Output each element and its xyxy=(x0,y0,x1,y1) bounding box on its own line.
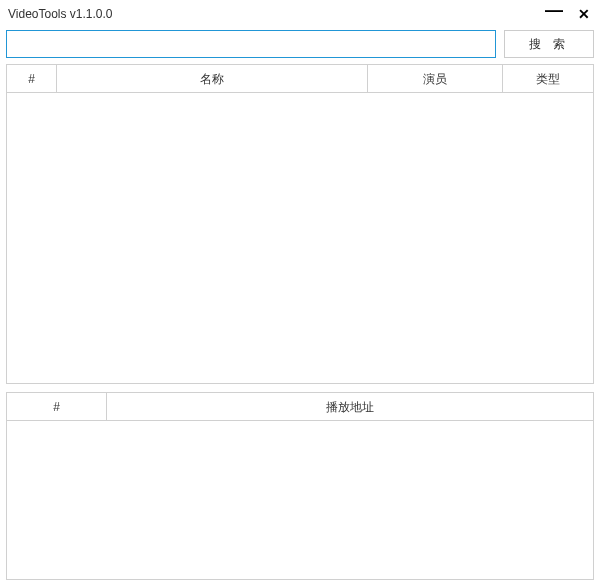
titlebar-controls: — ✕ xyxy=(546,6,592,22)
results-table: # 名称 演员 类型 xyxy=(6,64,594,384)
search-input[interactable] xyxy=(6,30,496,58)
col-header-url[interactable]: 播放地址 xyxy=(107,393,593,421)
app-window: VideoTools v1.1.0.0 — ✕ 搜 索 # 名称 演员 类型 xyxy=(0,0,600,586)
col-header-name[interactable]: 名称 xyxy=(57,65,368,93)
search-button[interactable]: 搜 索 xyxy=(504,30,594,58)
tables-area: # 名称 演员 类型 # 播放地址 xyxy=(0,64,600,586)
col-header-index[interactable]: # xyxy=(7,393,107,421)
close-icon: ✕ xyxy=(578,6,590,22)
minimize-button[interactable]: — xyxy=(546,6,562,22)
search-row: 搜 索 xyxy=(0,28,600,64)
window-title: VideoTools v1.1.0.0 xyxy=(8,7,113,21)
results-table-header: # 名称 演员 类型 xyxy=(7,65,593,93)
close-button[interactable]: ✕ xyxy=(576,6,592,22)
col-header-actor[interactable]: 演员 xyxy=(368,65,503,93)
titlebar: VideoTools v1.1.0.0 — ✕ xyxy=(0,0,600,28)
minimize-icon: — xyxy=(545,6,563,14)
playlist-table: # 播放地址 xyxy=(6,392,594,580)
col-header-type[interactable]: 类型 xyxy=(503,65,593,93)
playlist-table-header: # 播放地址 xyxy=(7,393,593,421)
col-header-index[interactable]: # xyxy=(7,65,57,93)
